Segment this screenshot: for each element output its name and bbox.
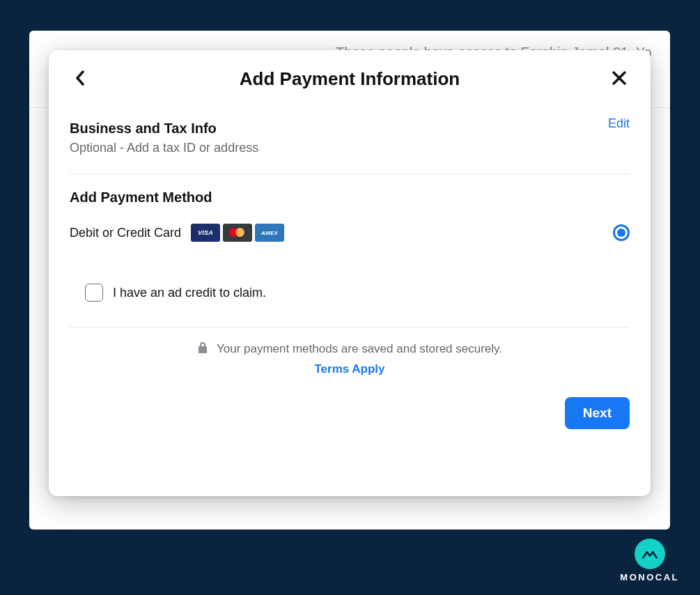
watermark-text: MONOCAL bbox=[620, 572, 679, 582]
business-tax-left: Business and Tax Info Optional - Add a t… bbox=[70, 121, 258, 155]
business-tax-section: Business and Tax Info Optional - Add a t… bbox=[70, 121, 630, 174]
ad-credit-label: I have an ad credit to claim. bbox=[113, 286, 266, 300]
close-icon bbox=[612, 70, 627, 88]
payment-option-row[interactable]: Debit or Credit Card VISA AMEX bbox=[70, 224, 630, 242]
modal-header: Add Payment Information bbox=[70, 68, 630, 90]
payment-modal: Add Payment Information Business and Tax… bbox=[49, 50, 651, 496]
payment-option-radio[interactable] bbox=[613, 224, 630, 241]
ad-credit-row: I have an ad credit to claim. bbox=[70, 284, 630, 327]
close-button[interactable] bbox=[609, 69, 630, 90]
business-tax-subtitle: Optional - Add a tax ID or address bbox=[70, 141, 258, 155]
ad-credit-checkbox[interactable] bbox=[85, 284, 103, 302]
payment-option-label: Debit or Credit Card bbox=[70, 226, 181, 240]
lock-icon bbox=[197, 341, 208, 357]
modal-footer: Next bbox=[70, 397, 630, 429]
modal-title: Add Payment Information bbox=[91, 68, 609, 90]
visa-icon: VISA bbox=[191, 224, 220, 242]
chevron-left-icon bbox=[75, 70, 85, 88]
next-button[interactable]: Next bbox=[565, 397, 630, 429]
mastercard-icon bbox=[223, 224, 252, 242]
radio-selected-icon bbox=[617, 229, 625, 237]
amex-icon: AMEX bbox=[255, 224, 284, 242]
back-button[interactable] bbox=[70, 69, 91, 90]
secure-line: Your payment methods are saved and store… bbox=[197, 341, 502, 357]
terms-link[interactable]: Terms Apply bbox=[314, 362, 384, 376]
watermark-logo-icon bbox=[635, 539, 665, 569]
business-tax-title: Business and Tax Info bbox=[70, 121, 258, 137]
card-badges: VISA AMEX bbox=[191, 224, 284, 242]
secure-text: Your payment methods are saved and store… bbox=[217, 342, 502, 356]
edit-link[interactable]: Edit bbox=[608, 116, 630, 131]
secure-row: Your payment methods are saved and store… bbox=[70, 341, 630, 376]
payment-option-left: Debit or Credit Card VISA AMEX bbox=[70, 224, 284, 242]
watermark: MONOCAL bbox=[620, 539, 679, 582]
payment-method-title: Add Payment Method bbox=[70, 190, 630, 206]
